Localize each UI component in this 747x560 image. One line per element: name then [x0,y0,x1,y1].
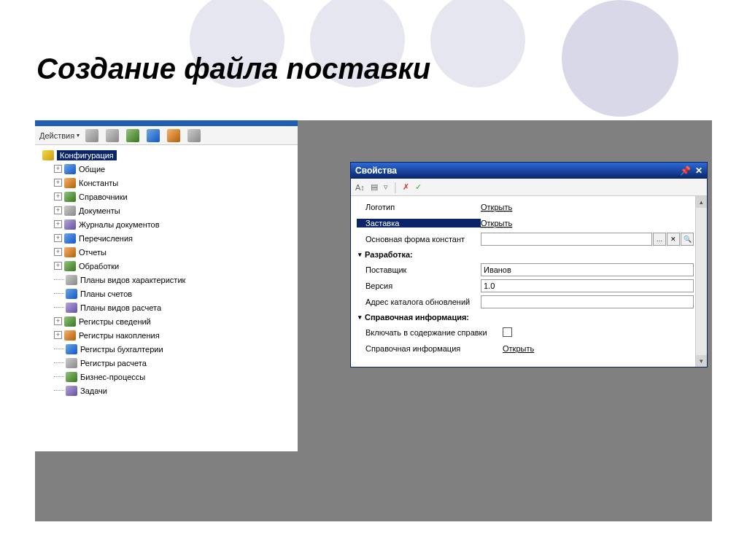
toolbar-icon[interactable] [106,129,119,142]
tree-item-label: Справочники [79,192,128,201]
prop-row-version: Версия [357,278,694,294]
expand-icon[interactable]: + [54,165,62,173]
tree-item-label: Отчеты [79,248,107,257]
actions-menu-button[interactable]: Действия▾ [39,131,80,140]
vendor-input[interactable] [481,263,694,276]
tree-connector [54,307,64,308]
scroll-up-icon[interactable]: ▴ [696,196,707,208]
tree-connector [54,390,64,391]
category-icon[interactable]: ▤ [371,182,378,192]
tree-connector [54,349,64,349]
tree-node-icon [64,178,76,188]
toolbar-icon[interactable] [126,129,139,142]
version-input[interactable] [481,279,694,292]
tree-item[interactable]: Планы видов расчета [51,300,298,314]
decorative-circle [430,0,525,88]
close-icon[interactable]: ✕ [695,166,703,176]
tree-item[interactable]: Планы счетов [51,287,298,300]
lookup-button[interactable]: 🔍 [681,233,694,246]
expand-icon[interactable]: + [54,317,62,325]
tree-connector [54,376,64,377]
ellipsis-button[interactable]: … [653,233,666,246]
tree-item-label: Планы счетов [80,289,132,298]
prop-label: Включать в содержание справки [357,328,503,337]
sort-alpha-icon[interactable]: A↕ [355,183,365,192]
tree-item[interactable]: +Документы [51,203,298,217]
section-header-dev[interactable]: ▾ Разработка: [357,247,694,262]
tree-item[interactable]: +Регистры накопления [51,328,298,342]
tree-node-icon [64,330,76,341]
tree-node-icon [66,275,77,285]
tree-item-label: Планы видов расчета [80,303,161,312]
tree-node-icon [66,372,77,382]
properties-titlebar[interactable]: Свойства 📌 ✕ [351,163,707,179]
toolbar-icon[interactable] [85,129,98,142]
tree-item[interactable]: +Справочники [51,190,298,203]
prop-label: Поставщик [357,265,481,274]
tree-item[interactable]: +Отчеты [51,245,298,259]
prop-label: Версия [357,281,481,290]
scroll-down-icon[interactable]: ▾ [696,355,707,367]
toolbar-icon[interactable] [147,129,160,142]
open-link[interactable]: Открыть [481,219,512,228]
tree-item[interactable]: Планы видов характеристик [51,273,298,287]
update-catalog-input[interactable] [481,295,694,308]
expand-icon[interactable]: + [54,331,62,339]
section-header-help[interactable]: ▾ Справочная информация: [357,310,694,324]
open-link[interactable]: Открыть [481,203,512,212]
expand-icon[interactable]: + [54,192,62,201]
tree-item[interactable]: Регистры расчета [51,356,298,370]
tree-node-icon [64,219,76,230]
expand-icon[interactable]: + [54,206,62,214]
tree-node-icon [66,386,77,396]
workspace: Действия▾ Конфигурация +Общие+Константы+… [35,120,712,521]
prop-label: Справочная информация [357,344,503,353]
tree-node-icon [66,344,77,354]
help-include-checkbox[interactable] [503,327,512,337]
tree-root-item[interactable]: Конфигурация [39,148,298,162]
cancel-icon[interactable]: ✗ [403,182,409,192]
prop-row-help-info: Справочная информация Открыть [357,341,694,357]
tree-node-icon [66,358,77,368]
clear-button[interactable]: ✕ [667,233,680,246]
const-form-input[interactable] [481,233,652,246]
tree-connector [54,362,64,363]
tree-item-label: Общие [79,165,105,174]
toolbar-icon[interactable] [167,129,180,142]
tree-node-icon [64,261,76,271]
tree-toolbar: Действия▾ [35,126,298,145]
tree-item[interactable]: +Обработки [51,259,298,273]
prop-label: Логотип [357,203,481,211]
open-link[interactable]: Открыть [503,344,534,353]
tree-node-icon [66,289,77,299]
tree-connector [54,293,64,294]
tree-item-label: Регистры сведений [79,317,151,326]
expand-icon[interactable]: + [54,262,62,270]
tree-item[interactable]: +Перечисления [51,231,298,245]
tree-item[interactable]: Регистры бухгалтерии [51,342,298,356]
tree-item[interactable]: +Журналы документов [51,217,298,231]
check-icon[interactable]: ✓ [415,182,422,192]
prop-row-help-include: Включать в содержание справки [357,324,694,341]
properties-body: ▴ ▾ Логотип Открыть Заставка Открыть Осн… [351,196,707,367]
scrollbar[interactable]: ▴ ▾ [695,196,707,367]
filter-icon[interactable]: ▿ [384,182,388,192]
expand-icon[interactable]: + [54,234,62,242]
prop-label: Заставка [357,219,481,228]
tree-item[interactable]: +Константы [51,176,298,190]
tree-item-label: Обработки [79,262,119,271]
tree-item[interactable]: +Общие [51,162,298,176]
expand-icon[interactable]: + [54,248,62,256]
tree-item[interactable]: Бизнес-процессы [51,370,298,384]
tree-item[interactable]: +Регистры сведений [51,314,298,328]
tree-node-icon [64,233,76,244]
filter-icon[interactable] [187,129,201,142]
pin-icon[interactable]: 📌 [680,166,691,176]
tree-node-icon [64,316,76,327]
tree-header-bar [35,120,298,126]
expand-icon[interactable]: + [54,179,62,187]
expand-icon[interactable]: + [54,220,62,228]
tree-item-label: Регистры расчета [80,359,147,368]
prop-row-vendor: Поставщик [357,262,694,278]
tree-item[interactable]: Задачи [51,384,298,397]
